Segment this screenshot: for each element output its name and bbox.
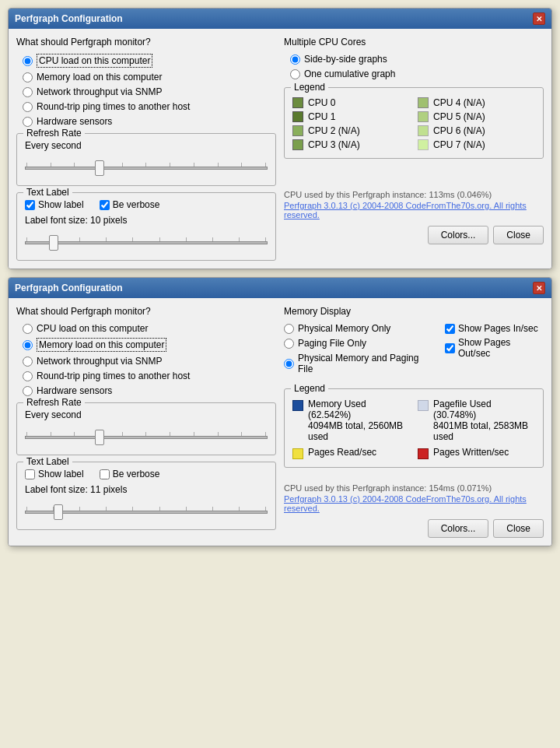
monitor-radio-group-2: CPU load on this computer Memory load on… [23, 323, 276, 396]
be-verbose-checkbox-2[interactable]: Be verbose [100, 469, 160, 479]
refresh-rate-slider-2[interactable] [25, 436, 268, 439]
monitor-option-cpu-2[interactable]: CPU load on this computer [23, 323, 276, 334]
cpu-cores-title-1: Multiple CPU Cores [284, 37, 544, 47]
monitor-radio-cpu-2[interactable] [23, 324, 33, 334]
window-title-2: Perfgraph Configuration [15, 283, 123, 293]
show-label-checkbox-2[interactable]: Show label [25, 469, 84, 479]
right-panel-2: Memory Display Physical Memory Only Pagi… [284, 306, 544, 538]
monitor-label-network-1: Network throughput via SNMP [37, 86, 162, 97]
monitor-radio-hardware-1[interactable] [23, 117, 33, 127]
memory-display-radio-paging-2[interactable] [284, 339, 294, 349]
monitor-option-memory-2[interactable]: Memory load on this computer [23, 338, 276, 352]
close-btn-1[interactable]: Close [493, 226, 544, 244]
show-label-checkbox-1[interactable]: Show label [25, 199, 84, 210]
memory-display-physical-2[interactable]: Physical Memory Only [284, 323, 434, 334]
monitor-option-hardware-1[interactable]: Hardware sensors [23, 116, 276, 127]
memory-display-title-2: Memory Display [284, 306, 544, 317]
cpu-display-sidebyside-1[interactable]: Side-by-side graphs [290, 54, 544, 65]
be-verbose-input-2[interactable] [100, 469, 110, 479]
monitor-option-network-1[interactable]: Network throughput via SNMP [23, 86, 276, 97]
legend-title-2: Legend [291, 383, 328, 394]
legend-grid-1: CPU 0 CPU 4 (N/A) CPU 1 CPU 5 (N/A) [292, 97, 535, 150]
memory-display-radio-both-2[interactable] [284, 359, 294, 369]
legend-label-cpu2: CPU 2 (N/A) [308, 125, 360, 136]
legend-label-cpu1: CPU 1 [308, 111, 335, 122]
monitor-option-network-2[interactable]: Network throughput via SNMP [23, 356, 276, 367]
legend-label-memory-used-2: Memory Used (62.542%)4094MB total, 2560M… [308, 399, 410, 442]
copyright-text-1: Perfgraph 3.0.13 (c) 2004-2008 CodeFromT… [284, 201, 544, 219]
show-pages-in-checkbox-2[interactable]: Show Pages In/sec [445, 323, 544, 334]
cpu-display-radio-cumulative-1[interactable] [290, 69, 300, 79]
monitor-option-hardware-2[interactable]: Hardware sensors [23, 385, 276, 396]
monitor-option-cpu-1[interactable]: CPU load on this computer [23, 54, 276, 68]
close-button-2[interactable]: ✕ [533, 282, 545, 294]
window-1-content: What should Perfgraph monitor? CPU load … [9, 29, 551, 269]
close-button-1[interactable]: ✕ [533, 12, 545, 25]
legend-title-1: Legend [291, 82, 328, 93]
memory-display-paging-2[interactable]: Paging File Only [284, 338, 434, 349]
title-bar-buttons-2: ✕ [533, 282, 545, 294]
show-label-input-1[interactable] [25, 200, 35, 210]
refresh-rate-slider-1[interactable] [25, 167, 268, 170]
title-bar-2: Perfgraph Configuration ✕ [9, 278, 551, 298]
text-label-group-2: Text Label Show label Be verbose Label f… [16, 462, 276, 530]
cpu-display-label-sidebyside-1: Side-by-side graphs [304, 54, 387, 65]
memory-display-layout-2: Physical Memory Only Paging File Only Ph… [284, 323, 544, 381]
monitor-radio-hardware-2[interactable] [23, 386, 33, 396]
monitor-radio-roundtrip-2[interactable] [23, 371, 33, 381]
font-slider-wrapper-1 [25, 229, 268, 252]
copyright-text-2: Perfgraph 3.0.13 (c) 2004-2008 CodeFromT… [284, 494, 544, 513]
show-pages-out-input-2[interactable] [445, 343, 455, 353]
colors-button-2[interactable]: Colors... [428, 519, 489, 538]
monitor-label-roundtrip-2: Round-trip ping times to another host [37, 370, 190, 381]
right-bottom-2: CPU used by this Perfgraph instance: 154… [284, 483, 544, 538]
memory-display-both-2[interactable]: Physical Memory and Paging File [284, 353, 434, 374]
monitor-radio-memory-1[interactable] [23, 72, 33, 83]
be-verbose-checkbox-1[interactable]: Be verbose [100, 199, 160, 210]
legend-item-cpu6: CPU 6 (N/A) [418, 125, 535, 136]
close-btn-2[interactable]: Close [493, 519, 544, 538]
refresh-slider-wrapper-2 [25, 423, 268, 447]
monitor-radio-roundtrip-1[interactable] [23, 102, 33, 112]
refresh-rate-title-1: Refresh Rate [23, 128, 85, 139]
be-verbose-input-1[interactable] [100, 200, 110, 210]
window-1: Perfgraph Configuration ✕ What should Pe… [8, 8, 552, 269]
cpu-display-radio-sidebyside-1[interactable] [290, 54, 300, 65]
legend-item-cpu5: CPU 5 (N/A) [418, 111, 535, 122]
legend-color-cpu3 [292, 139, 303, 150]
button-row-2: Colors... Close [284, 519, 544, 538]
monitor-label-cpu-1: CPU load on this computer [37, 54, 152, 68]
monitor-radio-network-1[interactable] [23, 87, 33, 97]
legend-color-pagefile-used-2 [418, 400, 429, 411]
legend-color-cpu5 [418, 111, 429, 122]
legend-color-cpu1 [292, 111, 303, 122]
left-panel-2: What should Perfgraph monitor? CPU load … [16, 306, 276, 538]
show-label-input-2[interactable] [25, 469, 35, 479]
monitor-label-memory-1: Memory load on this computer [37, 72, 162, 83]
right-bottom-1: CPU used by this Perfgraph instance: 113… [284, 159, 544, 244]
be-verbose-text-1: Be verbose [113, 199, 160, 210]
monitor-option-roundtrip-2[interactable]: Round-trip ping times to another host [23, 370, 276, 381]
colors-button-1[interactable]: Colors... [428, 226, 489, 244]
font-size-label-2: Label font size: 11 pixels [25, 484, 268, 495]
show-pages-in-text-2: Show Pages In/sec [458, 323, 538, 334]
cpu-display-cumulative-1[interactable]: One cumulative graph [290, 68, 544, 79]
show-pages-in-input-2[interactable] [445, 324, 455, 334]
show-pages-out-checkbox-2[interactable]: Show Pages Out/sec [445, 337, 544, 359]
monitor-option-memory-1[interactable]: Memory load on this computer [23, 72, 276, 83]
legend-group-1: Legend CPU 0 CPU 4 (N/A) CPU 1 [284, 87, 544, 159]
legend-item-cpu1: CPU 1 [292, 111, 410, 122]
text-label-title-2: Text Label [23, 456, 72, 467]
refresh-rate-group-1: Refresh Rate Every second [16, 133, 276, 186]
monitor-radio-memory-2[interactable] [23, 340, 33, 350]
monitor-label-cpu-2: CPU load on this computer [37, 323, 148, 334]
legend-label-cpu3: CPU 3 (N/A) [308, 139, 360, 150]
monitor-option-roundtrip-1[interactable]: Round-trip ping times to another host [23, 101, 276, 112]
font-size-slider-2[interactable] [25, 511, 268, 514]
font-size-slider-1[interactable] [25, 241, 268, 244]
memory-checkboxes-2: Show Pages In/sec Show Pages Out/sec [445, 323, 544, 381]
memory-display-radio-physical-2[interactable] [284, 324, 294, 334]
window-2: Perfgraph Configuration ✕ What should Pe… [8, 277, 552, 546]
monitor-radio-network-2[interactable] [23, 356, 33, 367]
monitor-radio-cpu-1[interactable] [23, 56, 33, 66]
